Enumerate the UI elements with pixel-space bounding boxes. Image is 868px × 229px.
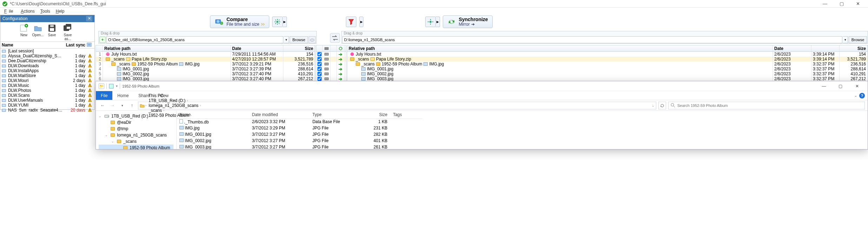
menu-help[interactable]: Help [54, 8, 67, 14]
include-checkbox[interactable] [317, 77, 322, 81]
include-checkbox[interactable] [317, 62, 322, 66]
config-row[interactable]: DLW.InstallApps1 day [0, 68, 94, 73]
compare-settings-button[interactable] [272, 17, 283, 27]
ribbon-expand-icon[interactable]: ⌄ [854, 94, 857, 97]
qat-props-icon[interactable] [109, 84, 114, 89]
col-size[interactable]: Size [358, 111, 390, 119]
col-relative-path[interactable]: Relative path [347, 45, 773, 51]
tree-node[interactable]: ⌄1TB_USB_Red (D:) [99, 113, 173, 119]
col-type[interactable]: Type [310, 111, 358, 119]
config-row[interactable]: DLW.Mouri2 days [0, 78, 94, 83]
config-row[interactable]: DLW.Downloads1 day [0, 63, 94, 68]
config-row[interactable]: DLW.Music1 day [0, 83, 94, 88]
compare-row[interactable]: _scans 1952-59 Photo Album IMG.jpg2/6/20… [347, 62, 868, 66]
include-checkbox[interactable] [317, 52, 322, 56]
breadcrumb-segment[interactable]: Iomega_n1_250GB_scans › [147, 103, 202, 108]
compare-row[interactable]: 4 IMG_0001.jpg3/7/2012 3:27:39 PM288,614 [96, 66, 315, 71]
col-tags[interactable]: Tags [390, 111, 422, 119]
tree-node[interactable]: ⌄Iomega_n1_250GB_scans [99, 132, 173, 138]
compare-row[interactable]: 3 _scans 1952-59 Photo Album IMG.jpg3/7/… [96, 62, 315, 66]
col-date[interactable]: Date modified [249, 111, 310, 119]
tree-node[interactable]: 1952-59 Photo Album [99, 145, 173, 149]
compare-action-row[interactable]: ➔ [316, 71, 346, 76]
compare-table-left[interactable]: Relative path Date Size 1 July Hours.txt… [96, 45, 315, 82]
tree-node[interactable]: @tmp [99, 126, 173, 132]
menu-actions[interactable]: Actions [19, 8, 37, 14]
left-browse-button[interactable]: Browse [290, 36, 308, 43]
col-size[interactable]: Size [840, 45, 868, 51]
config-row[interactable]: [Last session] [0, 49, 94, 53]
col-relative-path[interactable]: Relative path [103, 45, 231, 51]
nav-back-button[interactable]: ← [99, 102, 106, 109]
col-date[interactable]: Date [231, 45, 283, 51]
compare-settings-caret[interactable]: ▶ [283, 17, 287, 27]
config-row[interactable]: DLW.MailStore1 day [0, 73, 94, 78]
sync-settings-caret[interactable]: ▶ [436, 17, 440, 27]
include-checkbox[interactable] [317, 57, 322, 61]
compare-row[interactable]: IMG_0002.jpg2/6/20233:32:37 PM410,291 [347, 71, 868, 76]
compare-action-row[interactable]: ➔ [316, 62, 346, 66]
list-item[interactable]: ._Thumbs.db2/6/2023 3:32 PMData Base Fil… [177, 119, 422, 125]
compare-button[interactable]: Compare File time and size [210, 15, 269, 28]
menu-file[interactable]: File [2, 8, 17, 14]
compare-row[interactable]: 6 IMG_0003.jpg3/7/2012 3:27:40 PM267,212 [96, 76, 315, 81]
config-row[interactable]: DLW.UserManuals1 day [0, 98, 94, 103]
tree-node[interactable]: @eaDir [99, 119, 173, 126]
help-icon[interactable]: ? [859, 93, 865, 98]
open-button[interactable]: Open... [32, 24, 44, 41]
config-row[interactable]: Dee.DualCitizenship1 day [0, 58, 94, 63]
compare-table-right[interactable]: Relative path Date Size July Hours.txt2/… [347, 45, 868, 82]
right-browse-button[interactable]: Browse [849, 36, 867, 43]
left-path-dropdown[interactable]: ▾ [284, 36, 289, 43]
breadcrumb[interactable]: › This PC ›1TB_USB_Red (D:) ›Iomega_n1_2… [138, 102, 656, 109]
compare-table-middle[interactable]: ➔ ➔ ➔ ➔ ➔ ➔ [316, 45, 346, 82]
add-folder-pair-button[interactable]: + [99, 37, 106, 43]
filter-button[interactable] [346, 17, 356, 27]
list-item[interactable]: IMG_0001.jpg3/7/2012 3:27 PMJPG File282 … [177, 131, 422, 138]
window-minimize-button[interactable]: — [817, 0, 833, 8]
left-cloud-button[interactable] [309, 36, 316, 43]
save-button[interactable]: Save [46, 24, 58, 41]
menu-tools[interactable]: Tools [38, 8, 52, 14]
compare-row[interactable]: IMG_0003.jpg2/6/20233:32:37 PM267,212 [347, 76, 868, 81]
list-item[interactable]: IMG_0003.jpg3/7/2012 3:27 PMJPG File261 … [177, 144, 422, 149]
explorer-search-input[interactable] [677, 103, 862, 108]
window-close-button[interactable]: ✕ [850, 0, 866, 8]
col-size[interactable]: Size [283, 45, 315, 51]
config-row[interactable]: Alyssa_DualCitizenship_SyncSettin...1 da… [0, 53, 94, 58]
ribbon-tab-file[interactable]: File [96, 91, 112, 100]
filter-caret[interactable]: ▶ [359, 17, 363, 27]
list-item[interactable]: IMG_0002.jpg3/7/2012 3:27 PMJPG File401 … [177, 138, 422, 144]
explorer-close-button[interactable]: ✕ [849, 82, 865, 91]
col-date[interactable]: Date [773, 45, 811, 51]
synchronize-button[interactable]: Synchronize Mirror ➔ [443, 15, 492, 28]
tree-node[interactable]: ⌄_scans [99, 138, 173, 145]
config-row[interactable]: DLW.YUMI1 day [0, 103, 94, 108]
compare-row[interactable]: 5 IMG_0002.jpg3/7/2012 3:27:40 PM410,291 [96, 71, 315, 76]
right-path-input[interactable] [342, 36, 842, 43]
explorer-minimize-button[interactable]: — [816, 82, 832, 91]
compare-action-row[interactable]: ➔ [316, 76, 346, 81]
compare-row[interactable]: July Hours.txt2/6/20233:39:14 PM154 [347, 52, 868, 57]
config-panel-close-icon[interactable]: ✕ [86, 16, 92, 21]
nav-forward-button[interactable]: → [108, 102, 116, 109]
config-row[interactable]: DLW.Photos1 day [0, 88, 94, 93]
new-button[interactable]: New [18, 24, 30, 41]
qat-pin-icon[interactable]: 📁 [99, 83, 104, 89]
compare-action-row[interactable]: ➔ [316, 52, 346, 57]
sync-settings-button[interactable] [425, 17, 436, 27]
save-as-button[interactable]: Save as... [60, 24, 75, 41]
swap-sides-button[interactable] [330, 33, 340, 43]
ribbon-tab-home[interactable]: Home [112, 91, 133, 100]
compare-row[interactable]: 1 July Hours.txt7/29/2011 11:54:56 AM154 [96, 52, 315, 57]
breadcrumb-segment[interactable]: This PC › [147, 93, 202, 98]
breadcrumb-segment[interactable]: 1TB_USB_Red (D:) › [147, 98, 202, 103]
list-item[interactable]: IMG.jpg3/7/2012 3:29 PMJPG File231 KB [177, 125, 422, 131]
breadcrumb-dropdown-icon[interactable]: ⌄ [652, 104, 655, 107]
compare-row[interactable]: 2 _scans Papa Life Story.zip4/27/2010 12… [96, 57, 315, 62]
compare-row[interactable]: _scans Papa Life Story.zip2/6/20233:39:1… [347, 57, 868, 62]
nav-history-caret[interactable]: ▾ [118, 102, 126, 109]
config-row[interactable]: DLW.Scans1 day [0, 93, 94, 98]
config-list[interactable]: [Last session] Alyssa_DualCitizenship_Sy… [0, 49, 94, 112]
explorer-tree[interactable]: ⌄1TB_USB_Red (D:)@eaDir@tmp⌄Iomega_n1_25… [96, 111, 177, 149]
